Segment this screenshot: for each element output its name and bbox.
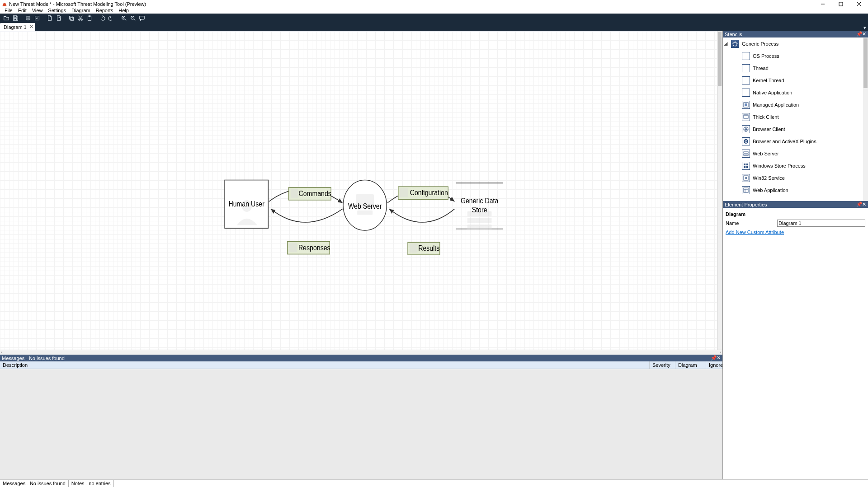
tree-collapse-icon[interactable]: ◢ xyxy=(723,41,728,47)
svg-rect-56 xyxy=(744,188,748,192)
close-panel-icon[interactable]: ✕ xyxy=(862,201,866,207)
tabs-dropdown-icon[interactable]: ▾ xyxy=(862,25,868,31)
tab-diagram-1[interactable]: Diagram 1 ✕ xyxy=(0,23,35,31)
name-field-input[interactable] xyxy=(777,220,865,227)
close-panel-icon[interactable]: ✕ xyxy=(862,31,866,37)
messages-panel-header: Messages - No issues found 📌 ✕ xyxy=(0,355,722,361)
svg-rect-52 xyxy=(744,166,745,168)
svg-text:Generic Data: Generic Data xyxy=(461,197,499,205)
window-minimize-button[interactable] xyxy=(814,0,832,8)
flow-label-results[interactable]: Results xyxy=(408,242,440,255)
pin-icon[interactable]: 📌 xyxy=(856,201,861,207)
stencil-managed-application[interactable]: Managed Application xyxy=(723,98,868,111)
toolbar xyxy=(0,14,868,22)
new-page-icon[interactable] xyxy=(45,14,54,22)
flow-label-commands[interactable]: Commands xyxy=(289,187,332,200)
node-web-server[interactable]: Web Server xyxy=(343,180,387,230)
diagram-canvas[interactable]: Human User Web Server xyxy=(0,31,717,350)
stencil-windows-store-process[interactable]: Windows Store Process xyxy=(723,159,868,172)
scroll-left-icon[interactable]: ‹ xyxy=(1,350,2,355)
svg-rect-43 xyxy=(744,115,748,118)
stencil-native-application[interactable]: Native Application xyxy=(723,86,868,98)
stencils-panel-header: Stencils 📌 ✕ xyxy=(723,31,868,37)
zoom-in-icon[interactable] xyxy=(119,14,128,22)
flow-results-line[interactable] xyxy=(389,209,454,222)
menu-diagram[interactable]: Diagram xyxy=(69,8,93,14)
menu-reports[interactable]: Reports xyxy=(93,8,116,14)
svg-point-55 xyxy=(745,177,747,179)
node-generic-data-store[interactable]: Generic Data Store xyxy=(456,183,503,229)
flow-label-configuration[interactable]: Configuration xyxy=(398,187,448,199)
redo-icon[interactable] xyxy=(107,14,116,22)
svg-rect-32 xyxy=(289,243,297,252)
svg-rect-35 xyxy=(400,188,408,197)
flow-label-responses[interactable]: Responses xyxy=(288,242,330,254)
undo-icon[interactable] xyxy=(98,14,107,22)
properties-body: Diagram Name Add New Custom Attribute xyxy=(723,208,868,479)
canvas-horizontal-scrollbar[interactable]: ‹ › xyxy=(0,350,722,355)
canvas-vertical-scrollbar[interactable] xyxy=(717,31,722,350)
stencil-thread[interactable]: Thread xyxy=(723,62,868,74)
status-notes[interactable]: Notes - no entries xyxy=(69,480,114,487)
menu-file[interactable]: File xyxy=(2,8,15,14)
svg-rect-49 xyxy=(744,154,748,155)
node-human-user[interactable]: Human User xyxy=(225,180,268,229)
window-title: New Threat Model* - Microsoft Threat Mod… xyxy=(9,1,146,7)
add-custom-attribute-link[interactable]: Add New Custom Attribute xyxy=(726,229,784,235)
stencil-thick-client[interactable]: Thick Client xyxy=(723,111,868,123)
stencil-browser-client[interactable]: Browser Client xyxy=(723,123,868,135)
browser-client-icon xyxy=(742,125,750,133)
menu-settings[interactable]: Settings xyxy=(45,8,69,14)
svg-rect-14 xyxy=(140,16,145,19)
menu-help[interactable]: Help xyxy=(116,8,132,14)
copy-icon[interactable] xyxy=(67,14,76,22)
zoom-out-icon[interactable] xyxy=(128,14,137,22)
duplicate-page-icon[interactable] xyxy=(54,14,63,22)
home-icon[interactable] xyxy=(24,14,33,22)
close-tab-icon[interactable]: ✕ xyxy=(29,24,33,29)
stencil-os-process[interactable]: OS Process xyxy=(723,50,868,62)
window-maximize-button[interactable] xyxy=(832,0,850,8)
svg-text:Results: Results xyxy=(418,244,439,252)
app-icon xyxy=(2,1,7,7)
tabstrip: Diagram 1 ✕ ▾ xyxy=(0,22,868,31)
paste-icon[interactable] xyxy=(85,14,94,22)
messages-body xyxy=(0,369,722,479)
svg-text:Commands: Commands xyxy=(299,189,332,197)
save-icon[interactable] xyxy=(11,14,20,22)
col-description[interactable]: Description xyxy=(0,361,650,369)
menu-edit[interactable]: Edit xyxy=(15,8,29,14)
stencil-win32-service[interactable]: Win32 Service xyxy=(723,172,868,184)
col-severity[interactable]: Severity xyxy=(650,361,675,369)
flow-responses-line[interactable] xyxy=(271,209,343,222)
messages-title: Messages - No issues found xyxy=(2,356,65,361)
feedback-icon[interactable] xyxy=(137,14,146,22)
properties-title: Element Properties xyxy=(725,202,767,207)
svg-rect-48 xyxy=(744,152,748,153)
close-panel-icon[interactable]: ✕ xyxy=(716,355,721,361)
scroll-right-icon[interactable]: › xyxy=(720,350,721,355)
col-diagram[interactable]: Diagram xyxy=(675,361,706,369)
open-icon[interactable] xyxy=(2,14,11,22)
svg-rect-38 xyxy=(410,244,417,253)
svg-text:e: e xyxy=(745,138,747,144)
cut-icon[interactable] xyxy=(76,14,85,22)
stencil-web-application[interactable]: Web Application xyxy=(723,184,868,196)
stencil-generic-process[interactable]: ◢ Generic Process xyxy=(723,37,868,50)
window-close-button[interactable] xyxy=(850,0,868,8)
menu-view[interactable]: View xyxy=(29,8,46,14)
stencil-browser-activex[interactable]: eBrowser and ActiveX Plugins xyxy=(723,135,868,147)
pin-icon[interactable]: 📌 xyxy=(711,355,715,361)
status-messages[interactable]: Messages - No issues found xyxy=(0,480,69,487)
stencil-web-server[interactable]: Web Server xyxy=(723,147,868,159)
browser-activex-icon: e xyxy=(742,137,750,145)
stencils-scrollbar[interactable] xyxy=(863,37,868,201)
svg-rect-51 xyxy=(746,164,748,165)
col-ignore[interactable]: Ignore xyxy=(706,361,722,369)
pin-icon[interactable]: 📌 xyxy=(856,31,861,37)
web-application-icon xyxy=(742,186,750,194)
stencil-kernel-thread[interactable]: Kernel Thread xyxy=(723,74,868,86)
svg-text:Web Server: Web Server xyxy=(348,202,382,210)
analysis-icon[interactable] xyxy=(33,14,42,22)
svg-rect-1 xyxy=(839,2,843,6)
